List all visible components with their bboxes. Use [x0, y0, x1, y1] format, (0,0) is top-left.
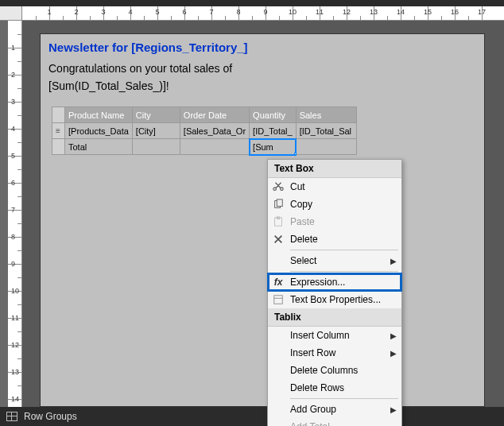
menu-textbox-properties-label: Text Box Properties... — [290, 294, 397, 305]
col-city[interactable]: City — [132, 107, 180, 123]
cell-total-c2[interactable] — [132, 139, 180, 155]
tablix-total-row[interactable]: Total [Sum — [52, 139, 357, 155]
ruler-corner — [0, 6, 22, 21]
tablix[interactable]: Product Name City Order Date Quantity Sa… — [52, 106, 357, 155]
menu-cut[interactable]: Cut — [268, 178, 401, 196]
cell-sales[interactable]: [ID_Total_Sal — [296, 123, 356, 139]
submenu-arrow-icon: ▶ — [390, 257, 397, 265]
context-menu: Text Box Cut Copy Paste Delete Select ▶ … — [267, 159, 402, 426]
cell-total-label[interactable]: Total — [65, 139, 133, 155]
row-handle-detail[interactable]: ≡ — [52, 123, 65, 139]
cell-orderdate[interactable]: [Sales_Data_Or — [180, 123, 249, 139]
context-menu-header-tablix: Tablix — [268, 308, 401, 327]
menu-add-total: Add Total — [268, 418, 401, 426]
menu-paste: Paste — [268, 213, 401, 230]
menu-delete-columns[interactable]: Delete Columns — [268, 362, 401, 379]
tablix-detail-row[interactable]: ≡ [Products_Data [City] [Sales_Data_Or [… — [52, 123, 357, 139]
menu-delete-rows-label: Delete Rows — [290, 382, 397, 393]
ruler-vertical: 1234567891011121314 — [8, 21, 22, 407]
menu-delete-columns-label: Delete Columns — [290, 365, 397, 376]
menu-copy[interactable]: Copy — [268, 196, 401, 213]
app-top-edge — [0, 0, 504, 6]
blank-icon — [271, 381, 285, 394]
menu-expression-label: Expression... — [290, 277, 397, 288]
newsletter-title-textbox[interactable]: Newsletter for [Regions_Territory_] — [41, 34, 484, 59]
menu-expression[interactable]: fx Expression... — [268, 273, 401, 291]
properties-icon — [271, 293, 285, 306]
menu-delete[interactable]: Delete — [268, 230, 401, 248]
fx-icon: fx — [271, 276, 285, 289]
selection-resize-handle[interactable] — [294, 153, 297, 155]
menu-insert-row-label: Insert Row — [290, 347, 386, 358]
paste-icon — [271, 215, 285, 228]
cell-total-c3[interactable] — [180, 139, 249, 155]
blank-icon — [271, 364, 285, 377]
menu-separator — [290, 398, 398, 399]
blank-icon — [271, 254, 285, 267]
menu-insert-row[interactable]: Insert Row ▶ — [268, 344, 401, 362]
cut-icon — [271, 180, 285, 193]
col-order-date[interactable]: Order Date — [180, 107, 249, 123]
cell-products[interactable]: [Products_Data — [65, 123, 133, 139]
menu-insert-column-label: Insert Column — [290, 330, 386, 341]
ruler-horizontal: 1234567891011121314151617 — [22, 6, 504, 21]
canvas-left-edge — [0, 21, 8, 407]
menu-delete-rows[interactable]: Delete Rows — [268, 379, 401, 397]
menu-paste-label: Paste — [290, 216, 397, 227]
row-groups-bar[interactable]: Row Groups — [0, 407, 504, 426]
cell-sum-selected[interactable]: [Sum — [250, 139, 297, 155]
report-body[interactable]: Newsletter for [Regions_Territory_] Cong… — [40, 33, 485, 407]
col-sales[interactable]: Sales — [296, 107, 356, 123]
tablix-header-row[interactable]: Product Name City Order Date Quantity Sa… — [52, 107, 357, 123]
design-canvas[interactable]: Newsletter for [Regions_Territory_] Cong… — [22, 21, 504, 407]
row-groups-label: Row Groups — [24, 411, 77, 422]
col-quantity[interactable]: Quantity — [250, 107, 297, 123]
submenu-arrow-icon: ▶ — [390, 349, 397, 358]
menu-delete-label: Delete — [290, 234, 397, 245]
menu-separator — [290, 250, 398, 250]
menu-copy-label: Copy — [290, 199, 397, 210]
grid-icon — [6, 412, 17, 421]
menu-separator — [290, 271, 398, 272]
copy-icon — [271, 198, 285, 211]
menu-insert-column[interactable]: Insert Column ▶ — [268, 327, 401, 344]
menu-add-total-label: Add Total — [290, 421, 397, 426]
delete-icon — [271, 233, 285, 246]
menu-select[interactable]: Select ▶ — [268, 252, 401, 269]
congrats-textbox-line2[interactable]: [Sum(ID_Total_Sales_)]! — [41, 76, 484, 94]
blank-icon — [271, 329, 285, 342]
svg-rect-4 — [274, 296, 283, 304]
cell-quantity[interactable]: [ID_Total_ — [250, 123, 297, 139]
cell-city[interactable]: [City] — [132, 123, 180, 139]
cell-total-c5[interactable] — [296, 139, 356, 155]
context-menu-header-textbox: Text Box — [268, 160, 401, 178]
svg-rect-1 — [277, 199, 282, 207]
svg-rect-3 — [277, 217, 280, 219]
blank-icon — [271, 347, 285, 359]
congrats-textbox-line1[interactable]: Congratulations on your total sales of — [41, 59, 484, 76]
submenu-arrow-icon: ▶ — [390, 331, 397, 340]
menu-select-label: Select — [290, 255, 386, 266]
submenu-arrow-icon: ▶ — [390, 405, 397, 414]
row-handle-total[interactable] — [52, 139, 65, 155]
cell-sum-text: [Sum — [253, 142, 273, 152]
menu-add-group-label: Add Group — [290, 404, 386, 415]
blank-icon — [271, 420, 285, 426]
blank-icon — [271, 403, 285, 416]
col-product-name[interactable]: Product Name — [65, 107, 133, 123]
menu-textbox-properties[interactable]: Text Box Properties... — [268, 291, 401, 308]
menu-add-group[interactable]: Add Group ▶ — [268, 401, 401, 418]
row-handle[interactable] — [52, 107, 65, 123]
menu-cut-label: Cut — [290, 181, 397, 192]
